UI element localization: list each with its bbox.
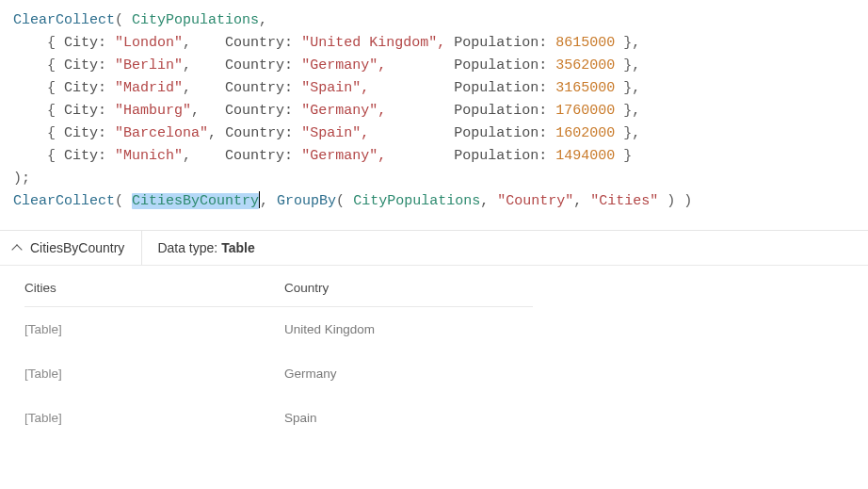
selected-identifier: CitiesByCountry (132, 193, 259, 209)
code-line: ClearCollect( CitiesByCountry, GroupBy( … (13, 190, 855, 213)
code-line: { City: "Madrid", Country: "Spain", Popu… (13, 77, 855, 100)
table-row[interactable]: [Table]Germany (24, 351, 849, 396)
text-cursor (259, 191, 260, 208)
result-table: Cities Country [Table]United Kingdom[Tab… (0, 266, 868, 440)
func-clearcollect: ClearCollect (13, 193, 115, 209)
code-line: { City: "Hamburg", Country: "Germany", P… (13, 100, 855, 122)
func-clearcollect: ClearCollect (13, 12, 115, 28)
ident-collection1: CityPopulations (132, 12, 259, 28)
code-line: ); (13, 168, 855, 190)
column-header-country[interactable]: Country (284, 281, 849, 295)
chevron-up-icon (11, 244, 22, 254)
result-type-value: Table (221, 240, 255, 255)
result-title-toggle[interactable]: CitiesByCountry (0, 231, 142, 265)
result-pane: CitiesByCountry Data type: Table Cities … (0, 231, 868, 440)
result-type: Data type: Table (142, 231, 269, 265)
table-row[interactable]: [Table]United Kingdom (24, 307, 849, 351)
result-type-label: Data type: (157, 240, 217, 255)
cell-cities[interactable]: [Table] (24, 322, 284, 336)
code-line: { City: "Munich", Country: "Germany", Po… (13, 145, 855, 168)
formula-editor[interactable]: ClearCollect( CityPopulations, { City: "… (0, 0, 868, 231)
result-header: CitiesByCountry Data type: Table (0, 231, 868, 266)
column-header-cities[interactable]: Cities (24, 281, 284, 295)
table-row[interactable]: [Table]Spain (24, 396, 849, 440)
table-header-row: Cities Country (24, 271, 849, 306)
cell-cities[interactable]: [Table] (24, 411, 284, 425)
code-line: { City: "Berlin", Country: "Germany", Po… (13, 55, 855, 77)
code-line: ClearCollect( CityPopulations, (13, 9, 855, 32)
cell-country: United Kingdom (284, 322, 849, 336)
func-groupby: GroupBy (277, 193, 336, 209)
result-collection-name: CitiesByCountry (30, 240, 124, 255)
cell-country: Spain (284, 411, 849, 425)
code-line: { City: "Barcelona", Country: "Spain", P… (13, 122, 855, 145)
code-line: { City: "London", Country: "United Kingd… (13, 32, 855, 55)
cell-country: Germany (284, 367, 849, 381)
cell-cities[interactable]: [Table] (24, 367, 284, 381)
